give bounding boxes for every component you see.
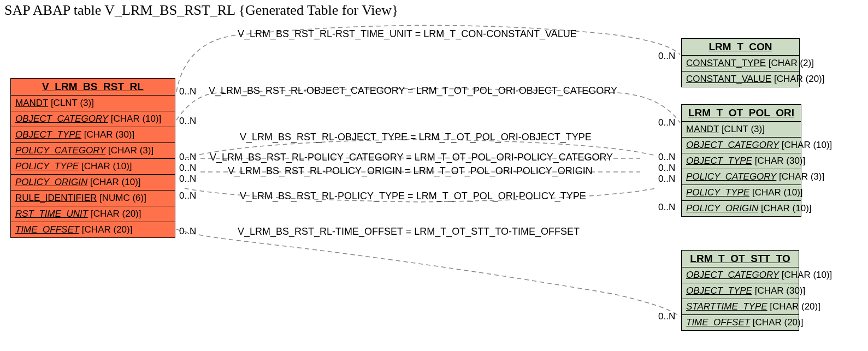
- field-row: TIME_OFFSET [CHAR (20)]: [682, 315, 799, 330]
- cardinality: 0..N: [179, 226, 196, 237]
- relation-label: V_LRM_BS_RST_RL-OBJECT_CATEGORY = LRM_T_…: [209, 85, 617, 97]
- cardinality: 0..N: [658, 202, 675, 213]
- relation-label: V_LRM_BS_RST_RL-POLICY_ORIGIN = LRM_T_OT…: [228, 165, 593, 177]
- entity-lrm-t-ot-stt-to: LRM_T_OT_STT_TO OBJECT_CATEGORY [CHAR (1…: [681, 250, 799, 331]
- cardinality: 0..N: [179, 116, 196, 127]
- cardinality: 0..N: [658, 311, 675, 322]
- field-row: STARTTIME_TYPE [CHAR (20)]: [682, 299, 799, 315]
- field-row: POLICY_CATEGORY [CHAR (3)]: [11, 143, 175, 159]
- field-row: RULE_IDENTIFIER [NUMC (6)]: [11, 191, 175, 206]
- field-row: POLICY_ORIGIN [CHAR (10)]: [682, 201, 801, 216]
- field-row: POLICY_CATEGORY [CHAR (3)]: [682, 169, 801, 185]
- field-row: MANDT [CLNT (3)]: [11, 96, 175, 111]
- field-row: POLICY_TYPE [CHAR (10)]: [11, 159, 175, 175]
- relation-label: V_LRM_BS_RST_RL-RST_TIME_UNIT = LRM_T_CO…: [238, 28, 577, 40]
- field-row: POLICY_TYPE [CHAR (10)]: [682, 185, 801, 201]
- field-row: RST_TIME_UNIT [CHAR (20)]: [11, 206, 175, 222]
- cardinality: 0..N: [179, 174, 196, 185]
- cardinality: 0..N: [658, 117, 675, 128]
- cardinality: 0..N: [179, 152, 196, 163]
- entity-header: LRM_T_OT_POL_ORI: [682, 105, 801, 122]
- relation-label: V_LRM_BS_RST_RL-POLICY_CATEGORY = LRM_T_…: [210, 152, 613, 163]
- diagram-title: SAP ABAP table V_LRM_BS_RST_RL {Generate…: [4, 2, 398, 19]
- field-row: MANDT [CLNT (3)]: [682, 122, 801, 138]
- cardinality: 0..N: [179, 163, 196, 174]
- cardinality: 0..N: [658, 174, 675, 185]
- entity-header: LRM_T_CON: [682, 39, 799, 56]
- entity-lrm-t-ot-pol-ori: LRM_T_OT_POL_ORI MANDT [CLNT (3)] OBJECT…: [681, 104, 801, 217]
- cardinality: 0..N: [658, 163, 675, 174]
- field-row: TIME_OFFSET [CHAR (20)]: [11, 222, 175, 237]
- relation-label: V_LRM_BS_RST_RL-TIME_OFFSET = LRM_T_OT_S…: [238, 226, 580, 237]
- field-row: CONSTANT_VALUE [CHAR (20)]: [682, 72, 799, 87]
- field-row: OBJECT_CATEGORY [CHAR (10)]: [682, 138, 801, 153]
- cardinality: 0..N: [658, 152, 675, 163]
- field-row: OBJECT_TYPE [CHAR (30)]: [682, 283, 799, 299]
- cardinality: 0..N: [179, 191, 196, 201]
- field-row: POLICY_ORIGIN [CHAR (10)]: [11, 175, 175, 191]
- field-row: OBJECT_TYPE [CHAR (30)]: [682, 153, 801, 169]
- entity-lrm-t-con: LRM_T_CON CONSTANT_TYPE [CHAR (2)] CONST…: [681, 38, 800, 87]
- cardinality: 0..N: [179, 86, 196, 97]
- field-row: OBJECT_CATEGORY [CHAR (10)]: [682, 267, 799, 283]
- field-row: CONSTANT_TYPE [CHAR (2)]: [682, 56, 799, 72]
- entity-header: LRM_T_OT_STT_TO: [682, 251, 799, 267]
- relation-label: V_LRM_BS_RST_RL-OBJECT_TYPE = LRM_T_OT_P…: [240, 132, 592, 143]
- cardinality: 0..N: [658, 51, 675, 62]
- entity-header: V_LRM_BS_RST_RL: [11, 79, 175, 96]
- field-row: OBJECT_TYPE [CHAR (30)]: [11, 127, 175, 143]
- entity-v-lrm-bs-rst-rl: V_LRM_BS_RST_RL MANDT [CLNT (3)] OBJECT_…: [10, 78, 175, 238]
- field-row: OBJECT_CATEGORY [CHAR (10)]: [11, 111, 175, 127]
- relation-label: V_LRM_BS_RST_RL-POLICY_TYPE = LRM_T_OT_P…: [240, 191, 586, 202]
